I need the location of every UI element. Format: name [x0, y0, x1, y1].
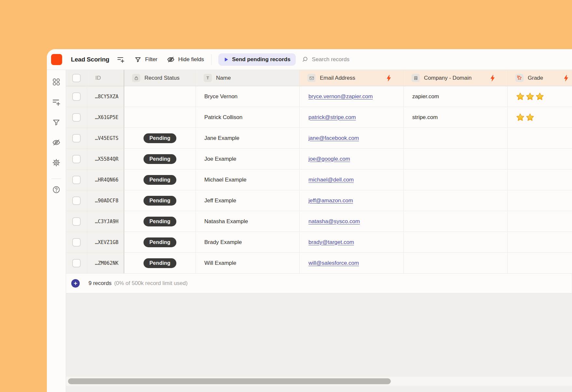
company-cell[interactable]: stripe.com — [404, 107, 508, 128]
record-status-cell[interactable]: Pending — [124, 128, 196, 149]
column-label-email: Email Address — [320, 75, 355, 81]
email-link[interactable]: natasha@sysco.com — [308, 218, 360, 225]
row-checkbox[interactable] — [72, 92, 81, 101]
filter-sidebar-icon[interactable] — [52, 118, 61, 127]
company-cell[interactable] — [404, 169, 508, 190]
row-checkbox[interactable] — [72, 238, 81, 247]
column-header-id[interactable]: ID — [87, 70, 124, 86]
email-cell[interactable]: michael@dell.com — [300, 169, 404, 190]
help-icon[interactable] — [52, 185, 61, 194]
apps-icon[interactable] — [52, 78, 61, 86]
table-row: …8CY5XZA Bryce Vernon bryce.vernon@zapie… — [66, 86, 572, 107]
email-link[interactable]: joe@google.com — [308, 156, 350, 162]
record-status-cell[interactable]: Pending — [124, 190, 196, 211]
company-cell[interactable] — [404, 253, 508, 274]
record-status-cell[interactable]: Pending — [124, 169, 196, 190]
email-cell[interactable]: bryce.vernon@zapier.com — [300, 86, 404, 107]
grade-cell[interactable] — [508, 149, 572, 169]
id-cell[interactable]: …90ADCF8 — [87, 190, 124, 211]
add-row-button[interactable]: + — [71, 279, 80, 288]
row-checkbox[interactable] — [72, 134, 81, 142]
email-link[interactable]: bryce.vernon@zapier.com — [308, 93, 373, 100]
name-cell[interactable]: Brady Example — [196, 232, 300, 253]
email-link[interactable]: will@salesforce.com — [308, 260, 359, 266]
id-cell[interactable]: …V45EGTS — [87, 128, 124, 149]
email-link[interactable]: jane@facebook.com — [308, 135, 359, 142]
id-cell[interactable]: …X5584QR — [87, 149, 124, 169]
email-link[interactable]: michael@dell.com — [308, 177, 354, 183]
table-area: ID Record Status T Name — [66, 70, 572, 392]
id-cell[interactable]: …C3YJA9H — [87, 211, 124, 232]
grade-cell[interactable] — [508, 211, 572, 232]
column-header-name[interactable]: T Name — [196, 70, 300, 86]
column-header-record-status[interactable]: Record Status — [124, 70, 196, 86]
row-checkbox[interactable] — [72, 259, 81, 267]
name-cell[interactable]: Will Example — [196, 253, 300, 274]
zap-icon — [563, 74, 570, 81]
id-value: …X61GP5E — [95, 115, 118, 120]
add-record-icon[interactable] — [117, 56, 125, 63]
row-checkbox[interactable] — [72, 196, 81, 205]
horizontal-scrollbar-thumb[interactable] — [68, 378, 391, 384]
hide-fields-sidebar-icon[interactable] — [52, 138, 61, 147]
hide-fields-button[interactable]: Hide fields — [167, 56, 204, 63]
company-cell[interactable] — [404, 190, 508, 211]
grade-cell[interactable] — [508, 232, 572, 253]
email-cell[interactable]: brady@target.com — [300, 232, 404, 253]
email-cell[interactable]: patrick@stripe.com — [300, 107, 404, 128]
select-all-checkbox[interactable] — [72, 74, 81, 82]
email-link[interactable]: brady@target.com — [308, 239, 354, 246]
row-checkbox[interactable] — [72, 113, 81, 122]
name-cell[interactable]: Patrick Collison — [196, 107, 300, 128]
id-cell[interactable]: …XEVZ1GB — [87, 232, 124, 253]
email-cell[interactable]: natasha@sysco.com — [300, 211, 404, 232]
email-cell[interactable]: jeff@amazon.com — [300, 190, 404, 211]
grade-cell[interactable] — [508, 253, 572, 274]
id-cell[interactable]: …X61GP5E — [87, 107, 124, 128]
name-cell[interactable]: Michael Example — [196, 169, 300, 190]
name-cell[interactable]: Bryce Vernon — [196, 86, 300, 107]
column-header-company[interactable]: Company - Domain — [404, 70, 508, 86]
email-link[interactable]: patrick@stripe.com — [308, 114, 356, 121]
row-checkbox[interactable] — [72, 155, 81, 163]
grade-cell[interactable] — [508, 128, 572, 149]
grade-stars — [516, 92, 544, 101]
column-header-grade[interactable]: Grade — [508, 70, 572, 86]
grade-cell[interactable] — [508, 86, 572, 107]
company-cell[interactable] — [404, 149, 508, 169]
settings-gear-icon[interactable] — [52, 158, 61, 167]
name-cell[interactable]: Jane Example — [196, 128, 300, 149]
record-status-cell[interactable]: Pending — [124, 232, 196, 253]
company-cell[interactable] — [404, 128, 508, 149]
company-cell[interactable]: zapier.com — [404, 86, 508, 107]
name-cell[interactable]: Natasha Example — [196, 211, 300, 232]
name-cell[interactable]: Joe Example — [196, 149, 300, 169]
record-status-cell[interactable]: Pending — [124, 211, 196, 232]
send-pending-records-button[interactable]: Send pending records — [218, 53, 295, 66]
record-status-cell[interactable]: Pending — [124, 149, 196, 169]
app-logo[interactable] — [51, 54, 62, 65]
grade-cell[interactable] — [508, 190, 572, 211]
row-checkbox[interactable] — [72, 176, 81, 184]
email-cell[interactable]: joe@google.com — [300, 149, 404, 169]
add-record-sidebar-icon[interactable] — [52, 98, 61, 106]
id-cell[interactable]: …ZM062NK — [87, 253, 124, 274]
grade-cell[interactable] — [508, 107, 572, 128]
id-cell[interactable]: …HR4QN66 — [87, 169, 124, 190]
search-input[interactable] — [312, 56, 410, 63]
name-cell[interactable]: Jeff Example — [196, 190, 300, 211]
company-cell[interactable] — [404, 232, 508, 253]
email-cell[interactable]: will@salesforce.com — [300, 253, 404, 274]
record-status-cell[interactable] — [124, 86, 196, 107]
record-status-cell[interactable]: Pending — [124, 253, 196, 274]
filter-button[interactable]: Filter — [134, 56, 157, 63]
record-status-cell[interactable] — [124, 107, 196, 128]
column-header-email[interactable]: Email Address — [300, 70, 404, 86]
email-link[interactable]: jeff@amazon.com — [308, 197, 353, 204]
company-cell[interactable] — [404, 211, 508, 232]
row-checkbox[interactable] — [72, 217, 81, 226]
email-cell[interactable]: jane@facebook.com — [300, 128, 404, 149]
name-value: Michael Example — [204, 177, 246, 183]
grade-cell[interactable] — [508, 169, 572, 190]
id-cell[interactable]: …8CY5XZA — [87, 86, 124, 107]
